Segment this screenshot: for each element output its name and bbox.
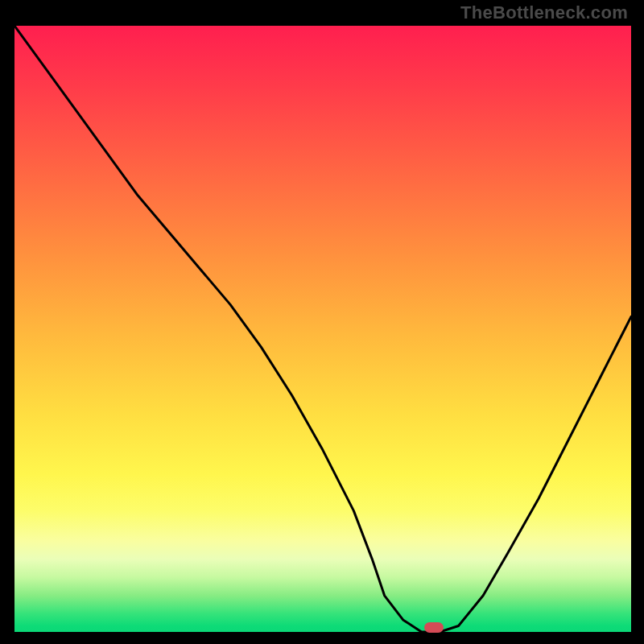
watermark-text: TheBottleneck.com [460,0,628,26]
plot-area [14,26,631,632]
bottleneck-curve [14,26,631,632]
chart-frame: TheBottleneck.com [0,0,644,644]
valley-marker [424,622,444,633]
